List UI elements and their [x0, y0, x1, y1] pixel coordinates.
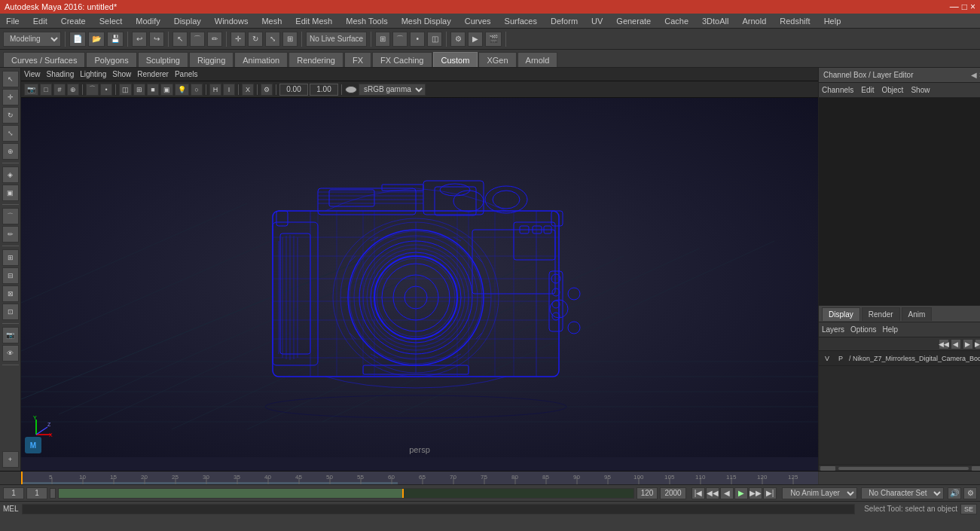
vp-res-btn[interactable]: □	[40, 84, 52, 96]
snap-grid-tool[interactable]: ⊞	[2, 249, 19, 266]
vp-settings-btn[interactable]: ⚙	[261, 84, 273, 96]
menu-mesh[interactable]: Mesh	[258, 17, 285, 26]
menu-display[interactable]: Display	[171, 17, 204, 26]
render-settings-btn[interactable]: ⚙	[450, 32, 466, 47]
frame-start-input[interactable]	[3, 487, 24, 499]
go-to-end-btn[interactable]: ▶|	[763, 487, 777, 499]
transform-tool[interactable]: ⊕	[2, 143, 19, 160]
save-btn[interactable]: 💾	[107, 32, 124, 47]
rotate-btn[interactable]: ↻	[248, 32, 263, 47]
menu-mesh-tools[interactable]: Mesh Tools	[343, 17, 390, 26]
vp-menu-panels[interactable]: Panels	[175, 70, 198, 78]
scroll-track[interactable]	[838, 467, 969, 470]
scroll-right-btn[interactable]	[972, 466, 980, 471]
tab-custom[interactable]: Custom	[433, 52, 478, 67]
timeline-ruler[interactable]: 5 10 15 20 25 30 35 40 45 50 55 60 65	[0, 471, 980, 484]
menu-create[interactable]: Create	[58, 17, 89, 26]
menu-file[interactable]: File	[3, 17, 23, 26]
sound-btn[interactable]: 🔊	[948, 487, 961, 499]
menu-3dtoall[interactable]: 3DtoAll	[699, 17, 731, 26]
tab-arnold[interactable]: Arnold	[517, 52, 558, 67]
mode-selector[interactable]: Modeling Rigging Animation FX Rendering	[3, 32, 61, 47]
vp-menu-show[interactable]: Show	[112, 70, 131, 78]
timeline-track[interactable]: 5 10 15 20 25 30 35 40 45 50 55 60 65	[21, 471, 818, 485]
vp-menu-renderer[interactable]: Renderer	[137, 70, 169, 78]
snap-curve-tool[interactable]: ⊟	[2, 267, 19, 284]
transform-btn[interactable]: ⊞	[282, 32, 298, 47]
layer-ctrl-3[interactable]: ▶	[963, 339, 973, 349]
layer-item[interactable]: V P / Nikon_Z7_Mirrorless_Digital_Camera…	[819, 351, 980, 366]
lasso-tool-btn[interactable]: ⌒	[190, 32, 205, 47]
scale-btn[interactable]: ⤡	[265, 32, 280, 47]
more-tools-btn[interactable]: +	[2, 451, 19, 468]
tab-curves-surfaces[interactable]: Curves / Surfaces	[3, 52, 85, 67]
3d-viewport[interactable]: X Y Z M persp	[21, 98, 818, 457]
dsub-tab-options[interactable]: Options	[850, 325, 876, 334]
menu-redshift[interactable]: Redshift	[777, 17, 813, 26]
cb-tab-object[interactable]: Object	[882, 86, 904, 94]
redo-btn[interactable]: ↪	[149, 32, 164, 47]
menu-cache[interactable]: Cache	[661, 17, 691, 26]
layer-ctrl-2[interactable]: ◀	[951, 339, 961, 349]
vp-shadow-btn[interactable]: ○	[191, 84, 203, 96]
maximize-btn[interactable]: □	[962, 2, 967, 12]
select-tool-btn[interactable]: ↖	[172, 32, 188, 47]
menu-modify[interactable]: Modify	[133, 17, 163, 26]
mel-input[interactable]	[22, 504, 856, 514]
character-set-select[interactable]: No Character Set	[861, 487, 944, 499]
display-tab-render[interactable]: Render	[862, 307, 900, 321]
display-tab-display[interactable]: Display	[822, 307, 860, 321]
display-tab-anim[interactable]: Anim	[902, 307, 933, 321]
vp-vertex-btn[interactable]: •	[100, 84, 112, 96]
menu-mesh-display[interactable]: Mesh Display	[398, 17, 454, 26]
viewport[interactable]: View Shading Lighting Show Renderer Pane…	[21, 68, 818, 471]
render-btn[interactable]: ▶	[468, 32, 483, 47]
vp-grid-btn[interactable]: #	[53, 84, 66, 96]
vp-select-mask-btn[interactable]: ⌒	[86, 84, 99, 96]
scale-tool[interactable]: ⤡	[2, 125, 19, 142]
new-scene-btn[interactable]: 📄	[69, 32, 86, 47]
dsub-tab-help[interactable]: Help	[882, 325, 898, 334]
select-tool[interactable]: ↖	[2, 71, 19, 87]
move-tool[interactable]: ✛	[2, 89, 19, 105]
minimize-btn[interactable]: —	[950, 2, 959, 12]
vp-hide-btn[interactable]: H	[209, 84, 221, 96]
snap-curve-btn[interactable]: ⌒	[392, 32, 408, 47]
vp-light-btn[interactable]: 💡	[175, 84, 189, 96]
vp-menu-lighting[interactable]: Lighting	[80, 70, 106, 78]
close-btn[interactable]: ×	[970, 2, 975, 12]
snap-surface-tool[interactable]: ⊡	[2, 304, 19, 320]
rotate-tool[interactable]: ↻	[2, 107, 19, 124]
view-tool[interactable]: 👁	[2, 345, 19, 362]
show-manip-tool[interactable]: ▣	[2, 185, 19, 201]
layer-playback-btn[interactable]: P	[835, 355, 846, 362]
ipr-btn[interactable]: 🎬	[485, 32, 502, 47]
vp-solid-btn[interactable]: ■	[147, 84, 159, 96]
color-profile-select[interactable]: sRGB gamma Linear	[359, 84, 426, 96]
frame-end-input[interactable]	[637, 487, 658, 499]
paint-select-tool[interactable]: ✏	[2, 226, 19, 243]
vp-pivot-btn[interactable]: ⊕	[67, 84, 79, 96]
range-end-input[interactable]	[660, 487, 686, 499]
cb-tab-edit[interactable]: Edit	[861, 86, 874, 94]
menu-uv[interactable]: UV	[588, 17, 606, 26]
script-editor-btn[interactable]: SE	[960, 504, 977, 514]
menu-deform[interactable]: Deform	[548, 17, 581, 26]
layer-visible-btn[interactable]: V	[822, 355, 832, 362]
layer-scrollbar[interactable]	[819, 465, 980, 471]
layer-ctrl-1[interactable]: ◀◀	[939, 339, 949, 349]
layer-ctrl-4[interactable]: ▶▶	[975, 339, 980, 349]
tab-animation[interactable]: Animation	[234, 52, 288, 67]
camera-tool[interactable]: 📷	[2, 327, 19, 343]
vp-texture-btn[interactable]: ▣	[160, 84, 173, 96]
scroll-left-btn[interactable]	[820, 466, 835, 471]
vp-shade4-btn[interactable]: ◫	[119, 84, 132, 96]
cb-close-icon[interactable]: ◀	[971, 71, 977, 79]
lasso-select-tool[interactable]: ⌒	[2, 208, 19, 224]
vp-menu-view[interactable]: View	[24, 70, 41, 78]
play-back-btn[interactable]: ◀	[720, 487, 734, 499]
tab-fx-caching[interactable]: FX Caching	[372, 52, 432, 67]
vp-isolate-btn[interactable]: I	[223, 84, 235, 96]
anim-layer-select[interactable]: No Anim Layer	[782, 487, 857, 499]
vp-near-clip[interactable]: 0.00	[279, 84, 308, 96]
